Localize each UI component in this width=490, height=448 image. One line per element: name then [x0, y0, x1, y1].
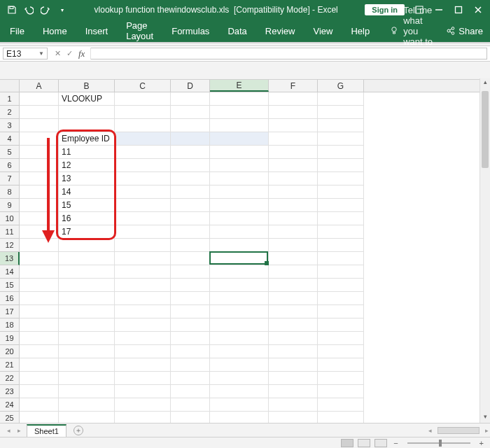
- name-box-dropdown-icon[interactable]: ▼: [38, 50, 44, 57]
- row-headers-col: 1234567891011121314151617181920212223242…: [0, 92, 20, 426]
- save-icon[interactable]: [7, 5, 17, 15]
- svg-point-3: [392, 27, 396, 31]
- column-header-E[interactable]: E: [210, 80, 269, 92]
- redo-icon[interactable]: [41, 5, 50, 15]
- scroll-up-icon[interactable]: ▴: [480, 78, 490, 88]
- scroll-down-icon[interactable]: ▾: [480, 413, 490, 423]
- spreadsheet-grid[interactable]: ABCDEFG 12345678910111213141516171819202…: [0, 80, 490, 426]
- tab-insert[interactable]: Insert: [83, 22, 111, 41]
- undo-icon[interactable]: [24, 5, 34, 15]
- sheet-tab-sheet1[interactable]: Sheet1: [27, 424, 66, 437]
- zoom-in-button[interactable]: +: [477, 439, 486, 447]
- cell-B5[interactable]: 11: [59, 146, 115, 159]
- add-sheet-button[interactable]: ＋: [74, 426, 83, 435]
- tab-file[interactable]: File: [7, 22, 27, 41]
- view-page-layout-button[interactable]: [358, 439, 370, 447]
- view-page-break-button[interactable]: [374, 439, 387, 447]
- tab-formulas[interactable]: Formulas: [169, 22, 212, 41]
- row-header-1[interactable]: 1: [0, 92, 20, 106]
- column-header-F[interactable]: F: [269, 80, 318, 92]
- row-header-6[interactable]: 6: [0, 159, 20, 172]
- hscroll-left-icon[interactable]: ◂: [427, 427, 433, 434]
- lightbulb-icon: [389, 26, 399, 36]
- row-header-2[interactable]: 2: [0, 106, 20, 119]
- row-header-19[interactable]: 19: [0, 332, 20, 345]
- cell-B7[interactable]: 13: [59, 172, 115, 186]
- cancel-formula-icon[interactable]: ✕: [55, 49, 61, 58]
- row-header-11[interactable]: 11: [0, 225, 20, 239]
- svg-rect-0: [10, 7, 13, 9]
- hscroll-right-icon[interactable]: ▸: [484, 427, 490, 434]
- row-header-20[interactable]: 20: [0, 345, 20, 358]
- cell-B9[interactable]: 15: [59, 199, 115, 212]
- ribbon-collapsed-area: [0, 62, 490, 80]
- cell-B4[interactable]: Employee ID: [59, 132, 115, 146]
- sheet-nav-prev-icon[interactable]: ◂: [6, 427, 12, 434]
- select-all-corner[interactable]: [0, 80, 20, 92]
- row-header-18[interactable]: 18: [0, 318, 20, 332]
- svg-point-6: [451, 32, 454, 35]
- sheet-tab-strip: ◂ ▸ Sheet1 ＋ ◂ ▸: [0, 423, 490, 437]
- tab-view[interactable]: View: [310, 22, 335, 41]
- row-header-15[interactable]: 15: [0, 279, 20, 292]
- column-headers-row: ABCDEFG: [0, 80, 490, 92]
- close-icon[interactable]: [473, 5, 483, 15]
- tab-help[interactable]: Help: [348, 22, 372, 41]
- ribbon-tabs: File Home Insert Page Layout Formulas Da…: [0, 20, 490, 42]
- zoom-slider[interactable]: [407, 442, 470, 444]
- column-header-D[interactable]: D: [171, 80, 210, 92]
- column-header-C[interactable]: C: [115, 80, 171, 92]
- column-header-G[interactable]: G: [318, 80, 364, 92]
- minimize-icon[interactable]: [434, 5, 444, 15]
- row-header-16[interactable]: 16: [0, 292, 20, 305]
- share-label: Share: [458, 26, 483, 36]
- scrollbar-thumb[interactable]: [482, 91, 489, 168]
- tab-data[interactable]: Data: [225, 22, 249, 41]
- row-header-13[interactable]: 13: [0, 252, 20, 265]
- name-box[interactable]: E13 ▼: [3, 48, 48, 59]
- horizontal-scrollbar[interactable]: [438, 427, 479, 434]
- row-header-21[interactable]: 21: [0, 358, 20, 372]
- row-header-7[interactable]: 7: [0, 172, 20, 186]
- share-button[interactable]: Share: [446, 26, 483, 36]
- cell-B10[interactable]: 16: [59, 212, 115, 225]
- row-header-12[interactable]: 12: [0, 239, 20, 252]
- cell-B1[interactable]: VLOOKUP: [59, 92, 115, 106]
- tab-home[interactable]: Home: [40, 22, 70, 41]
- row-header-17[interactable]: 17: [0, 305, 20, 318]
- row-header-14[interactable]: 14: [0, 265, 20, 279]
- cell-area[interactable]: VLOOKUPEmployee ID11121314151617: [20, 92, 490, 426]
- fx-icon[interactable]: fx: [78, 48, 85, 59]
- row-header-22[interactable]: 22: [0, 372, 20, 385]
- row-header-3[interactable]: 3: [0, 119, 20, 132]
- cell-B6[interactable]: 12: [59, 159, 115, 172]
- qat-more-icon[interactable]: ▾: [57, 5, 67, 15]
- row-header-23[interactable]: 23: [0, 385, 20, 398]
- row-header-10[interactable]: 10: [0, 212, 20, 225]
- tab-page-layout[interactable]: Page Layout: [123, 16, 156, 46]
- accept-formula-icon[interactable]: ✓: [66, 49, 73, 58]
- svg-point-5: [451, 27, 454, 30]
- tab-review[interactable]: Review: [262, 22, 298, 41]
- svg-rect-2: [456, 7, 462, 13]
- row-header-4[interactable]: 4: [0, 132, 20, 146]
- row-header-24[interactable]: 24: [0, 398, 20, 412]
- row-header-5[interactable]: 5: [0, 146, 20, 159]
- column-header-A[interactable]: A: [20, 80, 59, 92]
- sheet-nav-next-icon[interactable]: ▸: [16, 427, 22, 434]
- row-header-9[interactable]: 9: [0, 199, 20, 212]
- tell-me-text: Tell me what you want to do: [403, 5, 433, 57]
- zoom-out-button[interactable]: −: [391, 439, 400, 447]
- vertical-scrollbar[interactable]: ▴ ▾: [479, 78, 490, 423]
- cell-B8[interactable]: 14: [59, 186, 115, 199]
- share-icon: [446, 26, 456, 36]
- tell-me-search[interactable]: Tell me what you want to do: [389, 5, 433, 57]
- window-title: vlookup function thewindowsclub.xls [Com…: [71, 5, 360, 15]
- view-normal-button[interactable]: [341, 439, 354, 447]
- maximize-icon[interactable]: [454, 5, 463, 15]
- row-header-8[interactable]: 8: [0, 186, 20, 199]
- cell-B11[interactable]: 17: [59, 225, 115, 239]
- column-header-B[interactable]: B: [59, 80, 115, 92]
- formula-controls: ✕ ✓ fx: [49, 48, 91, 59]
- name-box-value: E13: [6, 49, 21, 59]
